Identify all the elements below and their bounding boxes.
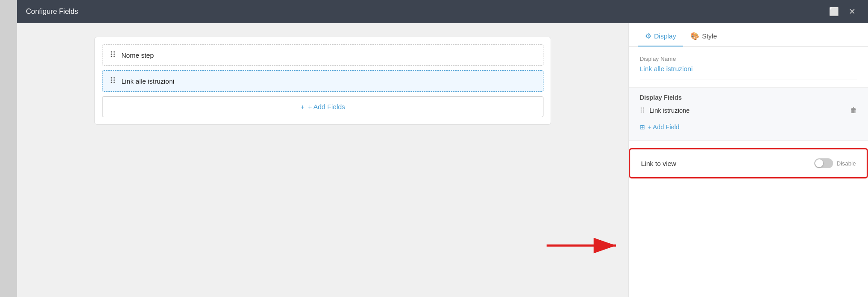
- modal-title: Configure Fields: [26, 8, 78, 16]
- close-button[interactable]: ✕: [845, 4, 859, 19]
- add-field-button[interactable]: ⊞ + Add Field: [640, 120, 857, 134]
- display-name-section: Display Name Link alle istruzioni: [640, 55, 857, 80]
- svg-point-11: [114, 82, 115, 83]
- field-item-name: Link istruzione: [650, 107, 690, 114]
- svg-point-15: [643, 110, 644, 110]
- add-field-label: + Add Field: [648, 123, 679, 131]
- link-to-view-label: Link to view: [641, 160, 676, 167]
- add-fields-label: + Add Fields: [308, 103, 345, 110]
- configure-fields-modal: Configure Fields ⬜ ✕: [17, 0, 868, 297]
- right-content: Display Name Link alle istruzioni Displa…: [629, 47, 868, 187]
- svg-point-9: [114, 80, 115, 81]
- svg-point-7: [114, 77, 115, 79]
- display-name-value[interactable]: Link alle istruzioni: [640, 65, 857, 72]
- plus-icon: +: [300, 103, 304, 110]
- svg-point-5: [114, 56, 115, 57]
- delete-field-icon[interactable]: 🗑: [850, 106, 857, 115]
- tab-style-label: Style: [702, 32, 717, 40]
- field-row-active[interactable]: Link alle istruzioni: [102, 70, 543, 92]
- modal-titlebar: Configure Fields ⬜ ✕: [17, 0, 868, 23]
- tab-display-label: Display: [654, 32, 676, 40]
- field-item-left: Link istruzione: [640, 107, 690, 114]
- svg-point-2: [111, 54, 112, 55]
- svg-point-13: [643, 107, 644, 108]
- field-row[interactable]: Nome step: [102, 44, 543, 66]
- svg-point-4: [111, 56, 112, 57]
- drag-handle-icon-2: [110, 77, 116, 85]
- tab-style[interactable]: 🎨 Style: [683, 26, 724, 47]
- field-nome-step-label: Nome step: [121, 51, 154, 59]
- svg-point-6: [111, 77, 112, 79]
- add-field-plus-icon: ⊞: [640, 123, 645, 131]
- svg-point-14: [641, 110, 641, 110]
- modal-body: Nome step Link alle istr: [17, 23, 868, 297]
- svg-point-10: [111, 82, 112, 83]
- resize-button[interactable]: ⬜: [827, 4, 841, 19]
- link-to-view-toggle[interactable]: [814, 158, 833, 168]
- display-field-item-row: Link istruzione 🗑: [640, 101, 857, 120]
- toggle-container: Disable: [814, 158, 856, 168]
- svg-point-12: [641, 107, 641, 108]
- svg-point-16: [641, 111, 641, 112]
- svg-point-17: [643, 111, 644, 112]
- toggle-knob: [815, 159, 823, 167]
- display-name-label: Display Name: [640, 55, 857, 62]
- right-panel: ⚙ Display 🎨 Style Display Name Link alle…: [629, 23, 868, 297]
- toggle-disable-label: Disable: [837, 160, 856, 167]
- display-fields-label: Display Fields: [640, 94, 857, 101]
- field-link-istruzioni-label: Link alle istruzioni: [121, 77, 174, 85]
- display-gear-icon: ⚙: [645, 32, 651, 40]
- svg-point-8: [111, 80, 112, 81]
- drag-handle-icon: [110, 51, 116, 59]
- tabs-bar: ⚙ Display 🎨 Style: [629, 23, 868, 47]
- style-palette-icon: 🎨: [690, 32, 699, 40]
- tab-display[interactable]: ⚙ Display: [638, 26, 683, 47]
- svg-point-3: [114, 54, 115, 55]
- svg-point-1: [114, 51, 115, 53]
- add-fields-button[interactable]: + + Add Fields: [102, 96, 543, 117]
- svg-point-0: [111, 51, 112, 53]
- fields-container: Nome step Link alle istr: [94, 37, 551, 125]
- field-item-drag-icon: [640, 107, 645, 114]
- link-to-view-section: Link to view Disable: [629, 148, 868, 178]
- left-panel: Nome step Link alle istr: [17, 23, 629, 297]
- right-panel-scroll: Display Name Link alle istruzioni Displa…: [629, 47, 868, 297]
- titlebar-actions: ⬜ ✕: [827, 4, 859, 19]
- display-fields-section: Display Fields: [629, 87, 868, 141]
